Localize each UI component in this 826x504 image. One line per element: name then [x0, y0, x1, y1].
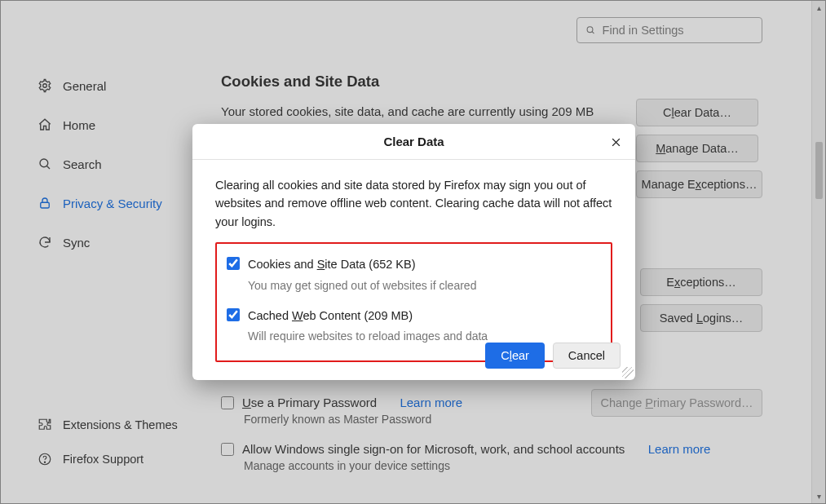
dialog-title: Clear Data	[383, 135, 444, 148]
dialog-header: Clear Data	[192, 124, 635, 160]
close-button[interactable]	[607, 134, 624, 150]
cache-checkbox[interactable]	[227, 308, 240, 321]
option-cache[interactable]: Cached Web Content (209 MB)	[227, 307, 601, 325]
cookies-checkbox[interactable]	[227, 257, 240, 270]
settings-window: General Home Search Privacy & Security	[0, 0, 826, 504]
cancel-button[interactable]: Cancel	[553, 343, 621, 369]
cookies-sublabel: You may get signed out of websites if cl…	[248, 277, 601, 295]
resize-grip[interactable]	[622, 367, 634, 378]
dialog-message: Clearing all cookies and site data store…	[215, 176, 612, 231]
clear-data-dialog: Clear Data Clearing all cookies and site…	[192, 124, 635, 380]
option-cookies[interactable]: Cookies and Site Data (652 KB)	[227, 255, 601, 273]
clear-button[interactable]: Clear	[485, 343, 545, 369]
dialog-body: Clearing all cookies and site data store…	[192, 160, 635, 362]
cookies-label: Cookies and Site Data (652 KB)	[248, 255, 416, 273]
dialog-footer: Clear Cancel	[485, 343, 621, 369]
cache-label: Cached Web Content (209 MB)	[248, 307, 413, 325]
close-icon	[610, 136, 622, 148]
